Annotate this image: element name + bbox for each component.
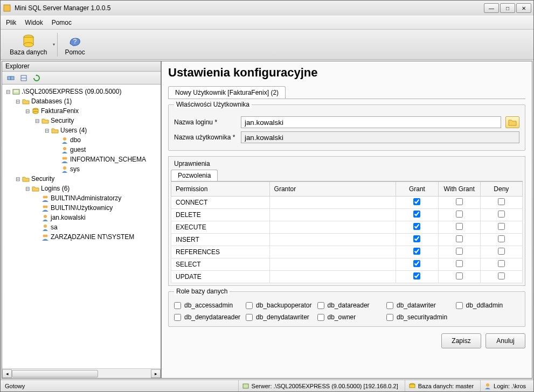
role-item[interactable]: db_denydatareader bbox=[174, 313, 240, 321]
scroll-right-button[interactable]: ▸ bbox=[151, 369, 161, 378]
grant-checkbox[interactable] bbox=[413, 223, 420, 230]
col-grant[interactable]: Grant bbox=[396, 182, 438, 197]
withgrant-checkbox[interactable] bbox=[456, 235, 463, 242]
withgrant-checkbox[interactable] bbox=[456, 260, 463, 267]
role-checkbox[interactable] bbox=[317, 302, 324, 309]
role-item[interactable]: db_accessadmin bbox=[174, 302, 240, 309]
withgrant-checkbox[interactable] bbox=[456, 198, 463, 205]
grant-checkbox[interactable] bbox=[413, 272, 420, 279]
tree-node[interactable]: ⊟Users (4) bbox=[2, 125, 161, 135]
scroll-track[interactable] bbox=[12, 369, 151, 378]
role-item[interactable]: db_ddladmin bbox=[456, 302, 519, 309]
role-checkbox[interactable] bbox=[456, 302, 463, 309]
tree-expander[interactable]: ⊟ bbox=[33, 118, 41, 124]
scroll-thumb[interactable] bbox=[12, 370, 98, 377]
tree-expander[interactable]: ⊟ bbox=[14, 176, 22, 182]
explorer-tool-1[interactable] bbox=[6, 74, 15, 82]
role-item[interactable]: db_datawriter bbox=[386, 302, 450, 309]
deny-checkbox[interactable] bbox=[498, 211, 505, 218]
tree-node[interactable]: INFORMATION_SCHEMA bbox=[2, 155, 161, 164]
grant-checkbox[interactable] bbox=[413, 211, 420, 218]
tree-node[interactable]: jan.kowalski bbox=[2, 213, 161, 222]
cancel-button[interactable]: Anuluj bbox=[486, 333, 525, 348]
role-checkbox[interactable] bbox=[386, 302, 393, 309]
explorer-hscrollbar[interactable]: ◂ ▸ bbox=[2, 368, 161, 378]
withgrant-checkbox[interactable] bbox=[456, 211, 463, 218]
scroll-left-button[interactable]: ◂ bbox=[2, 369, 12, 378]
withgrant-checkbox[interactable] bbox=[456, 248, 463, 255]
tree-expander[interactable]: ⊟ bbox=[24, 108, 31, 114]
role-checkbox[interactable] bbox=[246, 314, 253, 321]
role-checkbox[interactable] bbox=[174, 314, 181, 321]
tree-node[interactable]: sa bbox=[2, 222, 161, 232]
tree-node[interactable]: ⊟.\SQL2005EXPRESS (09.00.5000) bbox=[2, 87, 161, 96]
role-checkbox[interactable] bbox=[174, 302, 181, 309]
grant-checkbox[interactable] bbox=[413, 260, 420, 267]
withgrant-checkbox[interactable] bbox=[456, 223, 463, 230]
tree-node[interactable]: BUILTIN\Użytkownicy bbox=[2, 203, 161, 213]
col-permission[interactable]: Permission bbox=[171, 182, 270, 197]
username-input[interactable] bbox=[241, 131, 519, 143]
role-item[interactable]: db_backupoperator bbox=[246, 302, 311, 309]
tree-node[interactable]: ⊟Security bbox=[2, 174, 161, 184]
role-checkbox[interactable] bbox=[317, 314, 324, 321]
browse-login-button[interactable] bbox=[505, 116, 519, 128]
minimize-button[interactable]: — bbox=[484, 3, 499, 13]
col-deny[interactable]: Deny bbox=[480, 182, 522, 197]
tree-node[interactable]: dbo bbox=[2, 135, 161, 145]
role-item[interactable]: db_owner bbox=[317, 313, 381, 321]
tree-node[interactable]: sys bbox=[2, 164, 161, 174]
tab-permissions[interactable]: Pozwolenia bbox=[171, 170, 218, 181]
tree-node[interactable]: ⊟Databases (1) bbox=[2, 96, 161, 106]
menu-view[interactable]: Widok bbox=[25, 19, 43, 26]
tree-label: Security bbox=[51, 117, 74, 124]
svg-text:?: ? bbox=[73, 38, 77, 45]
menu-file[interactable]: Plik bbox=[6, 19, 16, 26]
perm-name: UPDATE bbox=[171, 271, 270, 283]
svg-rect-10 bbox=[14, 90, 18, 92]
svg-point-26 bbox=[45, 235, 48, 237]
col-withgrant[interactable]: With Grant bbox=[438, 182, 480, 197]
toolbar-help-button[interactable]: ? Pomoc bbox=[60, 32, 89, 58]
save-button[interactable]: Zapisz bbox=[441, 333, 481, 348]
refresh-icon[interactable] bbox=[32, 74, 41, 82]
user-icon bbox=[60, 145, 69, 154]
role-checkbox[interactable] bbox=[386, 314, 393, 321]
menu-help[interactable]: Pomoc bbox=[52, 19, 72, 26]
close-button[interactable]: ✕ bbox=[516, 3, 531, 13]
deny-checkbox[interactable] bbox=[498, 248, 505, 255]
tree-expander[interactable]: ⊟ bbox=[43, 128, 51, 134]
tree-node[interactable]: ⊟Security bbox=[2, 116, 161, 125]
toolbar-database-dropdown[interactable]: ▾ bbox=[53, 42, 55, 47]
explorer-tree[interactable]: ⊟.\SQL2005EXPRESS (09.00.5000)⊟Databases… bbox=[2, 85, 161, 368]
tree-node[interactable]: BUILTIN\Administratorzy bbox=[2, 193, 161, 203]
deny-checkbox[interactable] bbox=[498, 198, 505, 205]
deny-checkbox[interactable] bbox=[498, 235, 505, 242]
tree-node[interactable]: ⊟Logins (6) bbox=[2, 184, 161, 193]
tree-expander[interactable]: ⊟ bbox=[14, 99, 22, 104]
role-checkbox[interactable] bbox=[246, 302, 253, 309]
login-input[interactable] bbox=[241, 116, 501, 128]
tree-node[interactable]: guest bbox=[2, 145, 161, 155]
toolbar-separator bbox=[57, 33, 58, 57]
tree-node[interactable]: ZARZĄDZANIE NT\SYSTEM bbox=[2, 232, 161, 242]
role-item[interactable]: db_securityadmin bbox=[386, 313, 450, 321]
maximize-button[interactable]: □ bbox=[500, 3, 515, 13]
role-item[interactable]: db_denydatawriter bbox=[246, 313, 311, 321]
grant-checkbox[interactable] bbox=[413, 235, 420, 242]
deny-checkbox[interactable] bbox=[498, 272, 505, 279]
deny-checkbox[interactable] bbox=[498, 260, 505, 267]
tree-node[interactable]: ⊟FakturaFenix bbox=[2, 106, 161, 116]
toolbar-database-button[interactable]: Baza danych bbox=[5, 32, 52, 58]
deny-checkbox[interactable] bbox=[498, 223, 505, 230]
users-icon bbox=[41, 204, 50, 212]
col-grantor[interactable]: Grantor bbox=[269, 182, 396, 197]
grant-checkbox[interactable] bbox=[413, 198, 420, 205]
role-item[interactable]: db_datareader bbox=[317, 302, 381, 309]
tree-expander[interactable]: ⊟ bbox=[24, 186, 31, 192]
tab-new-user[interactable]: Nowy Użytkownik [FakturaFenix] (2) bbox=[168, 86, 286, 99]
withgrant-checkbox[interactable] bbox=[456, 272, 463, 279]
grant-checkbox[interactable] bbox=[413, 248, 420, 255]
explorer-tool-2[interactable] bbox=[19, 74, 28, 82]
tree-expander[interactable]: ⊟ bbox=[4, 89, 12, 95]
